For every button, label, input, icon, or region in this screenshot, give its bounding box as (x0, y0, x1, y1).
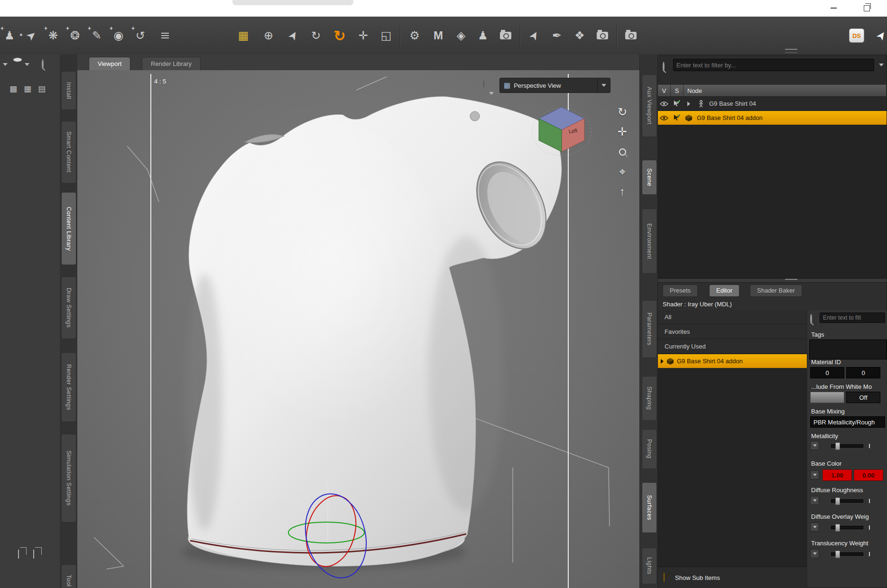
restore-button[interactable] (859, 3, 874, 13)
scene-filter-input[interactable] (673, 59, 874, 71)
viewport-style-caret-icon[interactable] (489, 92, 494, 95)
param-menu-button[interactable] (810, 496, 819, 505)
tab-render-settings[interactable]: Render Settings (61, 352, 76, 422)
surface-list-all[interactable]: All (658, 310, 807, 324)
scene-filter-caret-icon[interactable] (879, 64, 884, 66)
view-mode-caret-button[interactable] (597, 78, 610, 92)
weight-brush-icon[interactable]: M (430, 27, 447, 44)
camera-home-icon[interactable]: ↑ (615, 184, 630, 199)
surface-list-favorites[interactable]: Favorites (658, 325, 807, 339)
create-node-icon[interactable]: ◉ (110, 27, 127, 44)
shader-ball-icon[interactable]: ❖ (571, 27, 588, 44)
frame-tool-icon[interactable]: ⌖ (615, 164, 630, 179)
slider-handle[interactable] (835, 551, 840, 558)
tab-parameters[interactable]: Parameters (642, 300, 657, 358)
thumb-grid-small-icon[interactable]: ▩ (9, 84, 17, 94)
surface-list-currently-used[interactable]: Currently Used (658, 340, 807, 354)
tab-content-library[interactable]: Content Library (61, 192, 76, 265)
pan-tool-icon[interactable]: ✛ (615, 124, 630, 139)
render-camera-icon[interactable] (594, 27, 611, 44)
active-pose-tool-icon[interactable]: ↻ (331, 27, 348, 44)
zoom-tool-icon[interactable] (615, 144, 630, 159)
create-figure-icon[interactable]: ♟ (1, 27, 18, 44)
database-caret-icon[interactable] (25, 63, 29, 66)
diffuse-roughness-slider-track[interactable] (831, 499, 863, 503)
material-id-value-2[interactable]: 0 (846, 367, 880, 378)
geometry-editor-icon[interactable]: ◈ (453, 27, 470, 44)
props-filter-input[interactable] (820, 312, 885, 323)
param-menu-button[interactable] (810, 441, 819, 450)
duplicate-icon[interactable] (18, 550, 19, 559)
slider-handle[interactable] (835, 497, 840, 505)
exclude-white-button[interactable] (810, 392, 844, 403)
column-selectability[interactable]: S (671, 85, 684, 96)
tags-input[interactable] (809, 340, 887, 359)
slider-handle[interactable] (835, 442, 840, 450)
surface-list-selected-item[interactable]: G9 Base Shirt 04 addon (658, 354, 807, 368)
tab-smart-content[interactable]: Smart Content (61, 121, 76, 184)
expand-arrow-icon[interactable] (661, 359, 664, 364)
layout-grid-icon[interactable]: ▦ (235, 27, 252, 44)
scene-list-empty-area[interactable] (658, 125, 887, 278)
selectable-cursor-icon[interactable] (670, 114, 683, 121)
material-id-value-1[interactable]: 0 (810, 367, 844, 378)
scale-tool-icon[interactable]: ◱ (378, 27, 395, 44)
ds-logo[interactable]: DS (848, 27, 865, 44)
create-light-icon[interactable]: ❂ (66, 27, 83, 44)
viewport-canvas[interactable]: 4 : 5 ▦ Perspective View Left ↻ ✛ ⌖ (77, 70, 639, 588)
minimize-button[interactable] (826, 3, 841, 13)
translucency-slider-track[interactable] (831, 552, 863, 556)
render-icon[interactable] (622, 27, 639, 44)
thumb-list-icon[interactable]: ▤ (38, 84, 46, 94)
param-menu-button[interactable] (810, 549, 819, 558)
viewport-style-sphere-icon[interactable] (483, 80, 484, 88)
node-selection-tool-icon[interactable]: ➤ (281, 24, 305, 47)
orbit-tool-icon[interactable]: ↻ (615, 104, 630, 119)
selectable-cursor-icon[interactable] (670, 100, 683, 107)
create-orbit-icon[interactable]: ↺ (132, 27, 149, 44)
tab-shaping[interactable]: Shaping (642, 376, 657, 421)
create-dform-icon[interactable]: ✎ (88, 27, 105, 44)
universal-tool-icon[interactable]: ⊕ (260, 27, 277, 44)
tab-render-library[interactable]: Render Library (142, 57, 201, 70)
tab-aux-viewport[interactable]: Aux Viewport (642, 74, 657, 137)
tab-lights[interactable]: Lights (642, 548, 657, 584)
base-color-g-value[interactable]: 0.00 (854, 469, 883, 481)
diffuse-overlay-slider-track[interactable] (831, 526, 863, 529)
node-pointer-icon[interactable]: ➤ (522, 24, 545, 47)
tab-posing[interactable]: Posing (642, 429, 657, 469)
left-pane-caret-icon[interactable] (3, 63, 8, 66)
tab-simulation-settings[interactable]: Simulation Settings (61, 434, 76, 523)
param-menu-button[interactable] (810, 470, 819, 479)
scene-node-row[interactable]: G9 Base Shirt 04 (658, 97, 887, 111)
thumb-grid-icon[interactable]: ▦ (24, 84, 31, 94)
left-search-icon[interactable] (42, 60, 44, 69)
tab-viewport[interactable]: Viewport (89, 57, 130, 70)
create-magnet-icon[interactable]: ❋ (45, 27, 62, 44)
navigation-cube[interactable]: Left (530, 100, 594, 166)
new-camera-icon[interactable] (497, 27, 514, 44)
tab-draw-settings[interactable]: Draw Settings (61, 276, 76, 339)
tab-shader-baker[interactable]: Shader Baker (750, 285, 802, 297)
base-mixing-dropdown[interactable]: PBR Metallicity/Rough (810, 416, 885, 428)
tab-presets[interactable]: Presets (663, 285, 698, 297)
param-menu-button[interactable] (810, 523, 819, 532)
rotate-tool-icon[interactable]: ↻ (307, 27, 324, 44)
tab-environment[interactable]: Environment (642, 209, 657, 274)
tab-surfaces[interactable]: Surfaces (642, 482, 657, 533)
visibility-eye-icon[interactable] (658, 115, 670, 121)
figure-setup-icon[interactable]: ♟ (474, 27, 491, 44)
dock-splitter-grip[interactable] (785, 49, 797, 53)
duplicate-alt-icon[interactable] (33, 550, 34, 559)
tab-install[interactable]: Install (61, 71, 76, 110)
visibility-eye-icon[interactable] (658, 101, 670, 107)
base-color-r-value[interactable]: 1.00 (822, 469, 852, 481)
joint-editor-icon[interactable]: ⚙ (406, 27, 423, 44)
surface-pen-icon[interactable]: ✒ (548, 27, 565, 44)
expand-arrow-icon[interactable] (683, 101, 695, 106)
tab-editor[interactable]: Editor (709, 285, 739, 297)
tab-tool-settings[interactable]: Tool Settings (61, 564, 76, 588)
view-mode-selector[interactable]: ▦ Perspective View (499, 78, 610, 93)
surface-list-empty-area[interactable] (658, 369, 807, 567)
column-visibility[interactable]: V (658, 85, 671, 96)
